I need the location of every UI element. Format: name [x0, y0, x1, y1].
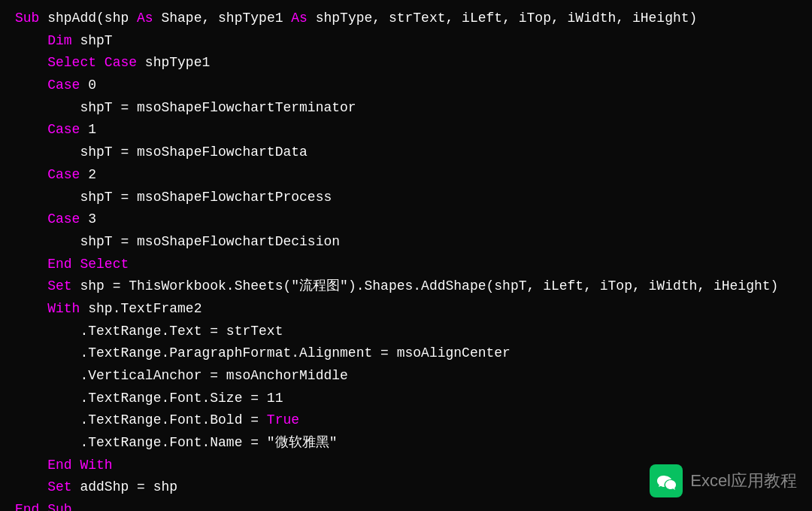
code-line-23: End Sub [15, 499, 797, 511]
svg-point-2 [668, 484, 670, 485]
code-line-13: Set shp = ThisWorkbook.Sheets("流程图").Sha… [15, 275, 797, 298]
code-line-20: .TextRange.Font.Name = "微软雅黑" [15, 432, 797, 455]
code-line-12: End Select [15, 254, 797, 276]
code-line-9: shpT = msoShapeFlowchartProcess [15, 187, 797, 209]
code-line-16: .TextRange.ParagraphFormat.Alignment = m… [15, 342, 797, 365]
svg-point-1 [664, 480, 665, 482]
code-line-5: shpT = msoShapeFlowchartTerminator [15, 97, 797, 120]
code-line-15: .TextRange.Text = strText [15, 321, 797, 343]
code-line-18: .TextRange.Font.Size = 11 [15, 388, 797, 410]
code-block: Sub shpAdd(shp As Shape, shpType1 As shp… [0, 0, 812, 511]
code-line-2: Dim shpT [15, 30, 797, 53]
code-line-6: Case 1 [15, 119, 797, 141]
code-line-4: Case 0 [15, 75, 797, 97]
svg-point-3 [671, 484, 673, 485]
code-line-19: .TextRange.Font.Bold = True [15, 409, 797, 432]
code-line-10: Case 3 [15, 208, 797, 231]
code-line-11: shpT = msoShapeFlowchartDecision [15, 231, 797, 254]
code-line-7: shpT = msoShapeFlowchartData [15, 141, 797, 164]
svg-point-0 [661, 480, 662, 482]
code-line-1: Sub shpAdd(shp As Shape, shpType1 As shp… [15, 8, 797, 30]
wechat-icon [650, 464, 683, 497]
watermark: Excel应用教程 [650, 464, 797, 497]
code-line-14: With shp.TextFrame2 [15, 298, 797, 321]
code-line-3: Select Case shpType1 [15, 52, 797, 75]
code-line-17: .VerticalAnchor = msoAnchorMiddle [15, 365, 797, 388]
watermark-label: Excel应用教程 [690, 467, 797, 494]
code-line-8: Case 2 [15, 164, 797, 187]
